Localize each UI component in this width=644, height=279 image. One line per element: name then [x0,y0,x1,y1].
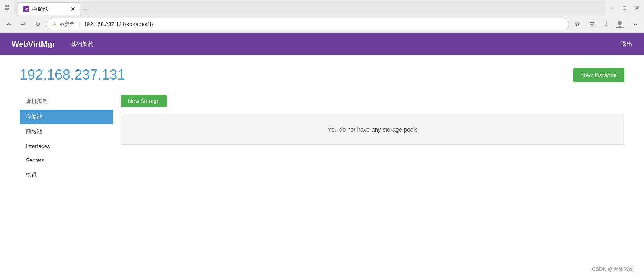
new-instance-button[interactable]: New Instance [573,68,624,82]
tab-close-button[interactable]: ✕ [71,6,75,12]
address-bar: ← → ↻ ⚠ 不安全 | 192.168.237.131/storages/1… [0,16,644,33]
close-button[interactable]: ✕ [634,5,640,11]
browser-chrome: W 存储池 ✕ + ─ □ ✕ ← → ↻ ⚠ 不安全 | 192.168.23… [0,0,644,33]
sidebar-item-secrets[interactable]: Secrets [20,153,113,167]
tab-favicon: W [23,6,29,12]
refresh-button[interactable]: ↻ [32,19,43,30]
app-logo: WebVirtMgr [12,40,55,49]
window-controls [4,5,10,11]
sidebar-item-label-1: 网络池 [26,128,42,135]
back-button[interactable]: ← [4,19,15,30]
forward-button[interactable]: → [18,19,29,30]
maximize-button[interactable]: □ [621,5,628,11]
sidebar-section-label: 虚机实例 [20,95,113,108]
browser-tab[interactable]: W 存储池 ✕ [18,2,80,15]
app-header: WebVirtMgr 基础架构 退出 [0,33,644,55]
content-header: New Storage [121,95,624,107]
svg-point-4 [618,21,622,25]
minimize-button[interactable]: ─ [609,5,615,11]
download-icon[interactable]: ⤓ [600,19,611,30]
page-content: 192.168.237.131 New Instance 虚机实例 存储池 网络… [0,55,644,194]
svg-rect-0 [5,5,7,7]
sidebar-item-overview[interactable]: 概览 [20,167,113,182]
empty-storage-message: You do not have any storage pools [121,114,624,145]
watermark: CSDN @天外来物_ [592,266,636,273]
address-bar-actions: ☆ ⊞ ⤓ ⋯ [572,18,640,30]
url-text: 192.168.237.131/storages/1/ [84,21,153,27]
svg-rect-3 [7,8,9,10]
sidebar-item-label-0: 存储池 [26,114,42,120]
server-ip: 192.168.237.131 [20,67,125,83]
sidebar-item-label-2: Interfaces [26,143,50,149]
sidebar: 虚机实例 存储池 网络池 Interfaces Secrets 概览 [20,95,113,182]
content-area: New Storage You do not have any storage … [121,95,624,182]
svg-rect-1 [7,5,9,7]
tab-title: 存储池 [32,5,48,12]
sidebar-item-storage-pool[interactable]: 存储池 [20,110,113,124]
sidebar-item-network-pool[interactable]: 网络池 [20,124,113,139]
logout-button[interactable]: 退出 [621,41,632,48]
server-title-row: 192.168.237.131 New Instance [20,67,624,83]
nav-infrastructure[interactable]: 基础架构 [67,39,97,50]
sidebar-item-label-3: Secrets [26,157,44,163]
browser-menu-button[interactable]: ⋯ [628,18,640,30]
bookmark-list-icon[interactable]: ⊞ [586,19,597,30]
address-input[interactable]: ⚠ 不安全 | 192.168.237.131/storages/1/ [46,18,569,30]
new-storage-button[interactable]: New Storage [121,95,167,107]
title-bar: W 存储池 ✕ + ─ □ ✕ [0,0,644,16]
sidebar-item-label-4: 概览 [26,171,37,178]
svg-rect-2 [5,8,7,10]
windows-sidebar-icon[interactable] [4,5,10,11]
bookmark-star-icon[interactable]: ☆ [572,19,583,30]
profile-icon[interactable] [614,19,625,30]
tab-bar: W 存储池 ✕ + [14,1,605,15]
insecure-label: 不安全 [59,21,75,28]
sidebar-item-interfaces[interactable]: Interfaces [20,139,113,153]
main-layout: 虚机实例 存储池 网络池 Interfaces Secrets 概览 New S… [20,95,624,182]
new-tab-button[interactable]: + [80,4,91,15]
warning-icon: ⚠ [52,21,57,27]
